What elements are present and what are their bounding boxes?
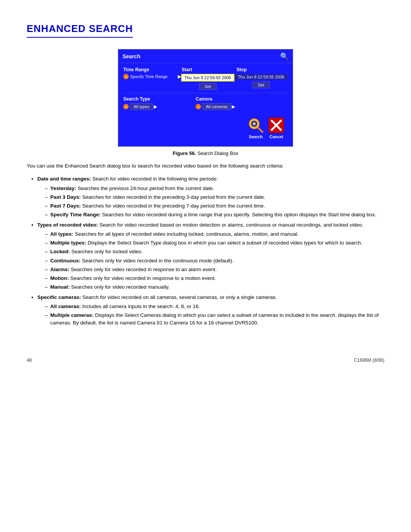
sub-item-motion: Motion: Searches only for video recorded… <box>45 275 384 282</box>
start-datetime-input[interactable]: Thu Jun 8 22:59:55 2006 <box>181 74 234 81</box>
search-type-radio[interactable] <box>123 104 129 109</box>
sub-item-multiple-cameras: Multiple cameras: Displays the Select Ca… <box>45 312 384 327</box>
dialog-title: Search <box>123 53 140 59</box>
figure-caption-bold: Figure 56. <box>173 150 196 156</box>
section-divider <box>123 93 288 93</box>
footer-doc-number: C1696M (8/06) <box>354 358 384 363</box>
sub-item-yesterday: Yesterday: Searches the previous 24-hour… <box>45 185 384 192</box>
sub-item-all-types: All types: Searches for all types of rec… <box>45 230 384 238</box>
stop-col-label: Stop <box>237 67 288 72</box>
sub-item-specify: Specify Time Range: Searches for video r… <box>45 211 384 219</box>
sub-item-past3: Past 3 Days: Searches for video recorded… <box>45 193 384 201</box>
camera-arrow[interactable]: ▶ <box>232 104 235 109</box>
time-range-selector[interactable]: Specify Time Range ▶ <box>123 74 181 79</box>
dialog-body: Time Range Start Stop Specify Time Range… <box>119 63 292 146</box>
sub-item-alarms: Alarms: Searches only for video recorded… <box>45 266 384 273</box>
cancel-icon <box>268 117 285 134</box>
camera-box[interactable]: All cameras <box>202 103 231 110</box>
zoom-icon: 🔍 <box>280 52 288 61</box>
time-range-arrow[interactable]: ▶ <box>178 74 181 79</box>
list-item-date-time: Date and time ranges: Search for video r… <box>37 175 384 219</box>
list-item-types: Types of recorded video: Search for vide… <box>37 221 384 291</box>
svg-line-2 <box>258 128 263 132</box>
camera-value: All cameras <box>206 104 228 109</box>
date-time-text: Search for video recorded in the followi… <box>92 176 218 182</box>
sub-item-multiple-types: Multiple types: Displays the Select Sear… <box>45 239 384 247</box>
dialog-buttons: Search Cancel <box>123 115 288 142</box>
types-bold: Types of recorded video: <box>37 222 98 228</box>
radio-inner-3 <box>198 106 199 108</box>
search-icon <box>247 117 264 134</box>
search-type-arrow[interactable]: ▶ <box>154 104 157 109</box>
search-type-value: All types <box>134 104 150 109</box>
cameras-sub-list: All cameras: Includes all camera inputs … <box>45 303 384 327</box>
content-intro: You can use the Enhanced Search dialog b… <box>27 162 384 170</box>
cameras-text: Search for video recorded on all cameras… <box>83 294 277 300</box>
stop-datetime-display: Thu Jun 8 22:59:55 2006 <box>234 74 288 80</box>
radio-inner-2 <box>125 106 127 108</box>
radio-inner <box>125 76 127 78</box>
set-stop-button[interactable]: Set <box>252 81 270 88</box>
sub-item-all-cameras: All cameras: Includes all camera inputs … <box>45 303 384 310</box>
time-range-option-label: Specify Time Range <box>130 74 177 79</box>
search-btn-label: Search <box>249 134 263 139</box>
search-dialog: Search 🔍 Time Range Start Stop Specify T… <box>118 49 293 147</box>
time-range-row: Specify Time Range ▶ Thu Jun 8 22:59:55 … <box>123 74 288 90</box>
search-type-selector[interactable]: All types ▶ <box>123 103 196 110</box>
search-camera-row: All types ▶ All cameras ▶ <box>123 103 288 110</box>
start-col: Thu Jun 8 22:59:55 2006 Set <box>181 74 234 90</box>
search-type-col-label: Search Type <box>123 96 196 102</box>
time-range-headers: Time Range Start Stop <box>123 67 288 72</box>
page-title: ENHANCED SEARCH <box>27 23 133 38</box>
search-action-button[interactable]: Search <box>247 117 264 139</box>
cancel-action-button[interactable]: Cancel <box>268 117 285 139</box>
start-col-label: Start <box>182 67 237 72</box>
time-range-radio[interactable] <box>123 74 129 79</box>
time-range-col-label: Time Range <box>123 67 182 72</box>
list-item-cameras: Specific cameras: Search for video recor… <box>37 294 384 327</box>
camera-selector[interactable]: All cameras ▶ <box>196 103 272 110</box>
set-start-button[interactable]: Set <box>199 83 217 90</box>
date-time-sub-list: Yesterday: Searches the previous 24-hour… <box>45 185 384 219</box>
search-type-box[interactable]: All types <box>130 103 153 110</box>
types-sub-list: All types: Searches for all types of rec… <box>45 230 384 291</box>
cameras-bold: Specific cameras: <box>37 294 81 300</box>
footer-page-number: 48 <box>27 358 32 363</box>
cancel-btn-label: Cancel <box>269 134 283 139</box>
sub-item-continuous: Continuous: Searches only for video reco… <box>45 257 384 265</box>
figure-caption-text: Search Dialog Box <box>198 150 239 156</box>
camera-radio[interactable] <box>196 104 201 109</box>
date-time-bold: Date and time ranges: <box>37 176 91 182</box>
page-footer: 48 C1696M (8/06) <box>27 358 384 363</box>
search-camera-headers: Search Type Camera <box>123 96 288 102</box>
types-text: Search for video recorded based on motio… <box>99 222 363 228</box>
sub-item-manual: Manual: Searches only for video recorded… <box>45 283 384 291</box>
content-main-list: Date and time ranges: Search for video r… <box>37 175 384 327</box>
figure-container: Search 🔍 Time Range Start Stop Specify T… <box>27 49 384 156</box>
dialog-header: Search 🔍 <box>119 50 292 63</box>
svg-point-3 <box>253 122 256 125</box>
sub-item-locked: Locked: Searches only for locked video. <box>45 248 384 256</box>
sub-item-past7: Past 7 Days: Searches for video recorded… <box>45 202 384 210</box>
stop-col: Thu Jun 8 22:59:55 2006 Set <box>234 74 288 88</box>
camera-col-label: Camera <box>196 96 272 102</box>
figure-caption: Figure 56. Search Dialog Box <box>173 150 239 156</box>
